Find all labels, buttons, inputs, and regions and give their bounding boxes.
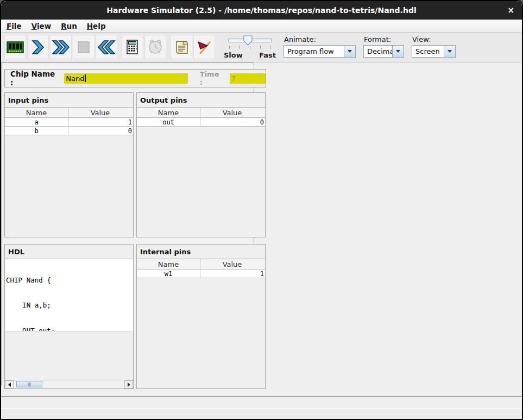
internal-pins-table: Name Value w1 1 xyxy=(137,259,265,278)
view-script-button[interactable] xyxy=(171,35,192,59)
table-row: out 0 xyxy=(137,118,265,127)
pin-value-cell[interactable]: 0 xyxy=(68,127,133,135)
table-row: a 1 xyxy=(5,118,133,127)
text-cursor xyxy=(85,74,86,82)
code-line: IN a,b; xyxy=(6,301,133,310)
scrollbar-thumb[interactable] xyxy=(16,381,42,387)
hdl-code-view: CHIP Nand { IN a,b; OUT out; PARTS: And(… xyxy=(5,259,133,331)
animate-group: Animate: Program flow xyxy=(283,35,356,58)
eval-button[interactable] xyxy=(122,35,143,59)
column-header-name: Name xyxy=(137,259,200,269)
table-row: w1 1 xyxy=(137,269,265,278)
view-label: View: xyxy=(412,35,456,43)
time-text: 7 xyxy=(231,74,236,83)
pin-name-cell: w1 xyxy=(137,269,200,278)
table-header-row: Name Value xyxy=(137,108,265,118)
input-pins-table: Name Value a 1 b 0 xyxy=(5,107,133,135)
format-value: Decimal xyxy=(363,45,392,58)
column-header-value: Value xyxy=(200,259,265,269)
scroll-left-button[interactable] xyxy=(5,380,14,388)
scroll-right-button[interactable] xyxy=(124,380,133,388)
internal-pins-title: Internal pins xyxy=(137,245,265,259)
output-pins-table: Name Value out 0 xyxy=(137,107,265,127)
chip-name-input[interactable]: Nand xyxy=(64,73,188,84)
view-value: Screen xyxy=(412,45,444,58)
breakpoints-button[interactable] xyxy=(193,35,215,59)
pin-value-cell: 1 xyxy=(200,269,265,278)
window-title: Hardware Simulator (2.5) - /home/thomas/… xyxy=(106,6,416,15)
status-bar xyxy=(1,396,522,408)
chevron-down-icon[interactable] xyxy=(444,45,456,58)
output-pins-panel: Output pins Name Value out 0 xyxy=(136,92,266,237)
pin-name-cell: a xyxy=(5,118,68,126)
reset-button[interactable] xyxy=(96,35,117,59)
code-line: CHIP Nand { xyxy=(6,276,133,285)
pin-name-cell: out xyxy=(137,118,200,126)
column-header-value: Value xyxy=(68,108,133,117)
internal-pins-panel: Internal pins Name Value w1 1 xyxy=(136,244,266,389)
format-label: Format: xyxy=(364,35,404,43)
column-header-name: Name xyxy=(5,108,68,117)
slider-slow-label: Slow xyxy=(224,51,243,59)
calculator-icon xyxy=(125,39,140,55)
chip-icon xyxy=(7,40,24,54)
chip-name-text: Nand xyxy=(66,74,84,83)
hdl-panel: HDL CHIP Nand { IN a,b; OUT out; PARTS: … xyxy=(4,244,134,389)
animate-combobox[interactable]: Program flow xyxy=(283,45,356,58)
bottom-filler xyxy=(1,408,522,419)
stop-icon xyxy=(77,41,90,54)
hdl-panel-filler xyxy=(5,331,133,380)
view-group: View: Screen xyxy=(412,35,456,58)
input-pins-panel: Input pins Name Value a 1 b 0 xyxy=(4,92,134,237)
chip-name-label: Chip Name : xyxy=(10,70,60,87)
clock-button[interactable] xyxy=(144,35,166,59)
menu-help[interactable]: Help xyxy=(86,21,107,32)
slider-fast-label: Fast xyxy=(259,51,276,59)
animate-value: Program flow xyxy=(283,45,344,58)
pin-value-cell[interactable]: 1 xyxy=(68,118,133,126)
table-header-row: Name Value xyxy=(5,108,133,118)
code-line: OUT out; xyxy=(6,327,133,331)
menu-file[interactable]: File xyxy=(5,21,23,32)
main-area: Chip Name : Nand Time : 7 Input pins Nam… xyxy=(1,62,522,396)
triangle-right-icon xyxy=(128,383,130,387)
run-button[interactable] xyxy=(50,35,72,59)
table-header-row: Name Value xyxy=(137,259,265,269)
scrollbar-track[interactable] xyxy=(14,380,124,388)
column-header-value: Value xyxy=(200,108,265,117)
chevron-down-icon[interactable] xyxy=(344,45,356,58)
format-group: Format: Decimal xyxy=(363,35,404,58)
animate-label: Animate: xyxy=(284,35,356,43)
menu-view[interactable]: View xyxy=(30,21,52,32)
triangle-left-icon xyxy=(8,383,11,387)
pin-name-cell: b xyxy=(5,127,68,135)
close-button[interactable]: × xyxy=(507,1,514,20)
chip-header-panel: Chip Name : Nand Time : 7 xyxy=(4,69,266,87)
title-bar: Hardware Simulator (2.5) - /home/thomas/… xyxy=(1,1,522,20)
alarm-clock-icon xyxy=(147,39,163,55)
run-icon xyxy=(52,40,70,55)
speed-slider: Slow Fast xyxy=(224,35,276,61)
table-row: b 0 xyxy=(5,127,133,135)
time-field[interactable]: 7 xyxy=(230,73,266,84)
menu-bar: File View Run Help xyxy=(1,20,522,33)
output-pins-title: Output pins xyxy=(137,93,265,107)
toolbar: Slow Fast Animate: Program flow Format: … xyxy=(1,33,522,62)
reset-icon xyxy=(97,40,116,55)
script-scroll-icon xyxy=(174,40,189,55)
load-chip-button[interactable] xyxy=(4,35,26,59)
input-pins-title: Input pins xyxy=(5,93,133,107)
hdl-horizontal-scrollbar xyxy=(5,380,133,388)
chevron-down-icon[interactable] xyxy=(392,45,404,58)
single-step-button[interactable] xyxy=(27,35,49,59)
hardware-simulator-window: Hardware Simulator (2.5) - /home/thomas/… xyxy=(0,0,523,420)
stop-button[interactable] xyxy=(73,35,94,59)
column-header-name: Name xyxy=(137,108,200,117)
pin-value-cell: 0 xyxy=(200,118,265,126)
breakpoints-flag-icon xyxy=(196,39,212,55)
menu-run[interactable]: Run xyxy=(60,21,78,32)
format-combobox[interactable]: Decimal xyxy=(363,45,404,58)
single-step-icon xyxy=(31,40,45,55)
speed-slider-ticks xyxy=(229,46,270,49)
view-combobox[interactable]: Screen xyxy=(412,45,456,58)
